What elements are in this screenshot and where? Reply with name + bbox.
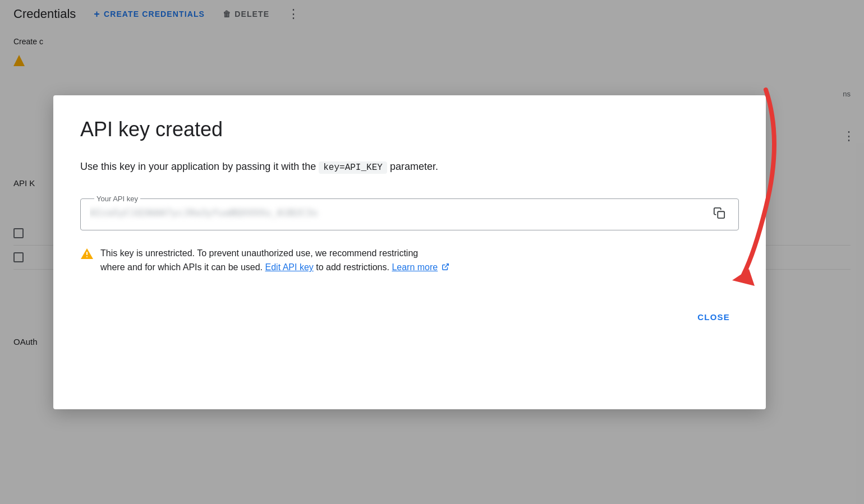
warning-text: This key is unrestricted. To prevent una… xyxy=(100,246,449,275)
dialog-footer: CLOSE xyxy=(80,302,739,327)
api-key-value: AIzaSyC1Q3AAA7ycJ0a3yYuaBQXXXXu_A1B2C3s xyxy=(90,203,702,223)
warning-triangle-icon xyxy=(80,247,94,261)
api-key-row: AIzaSyC1Q3AAA7ycJ0a3yYuaBQXXXXu_A1B2C3s xyxy=(90,203,729,223)
external-link-icon xyxy=(442,261,449,275)
edit-api-key-link[interactable]: Edit API key xyxy=(265,262,314,272)
learn-more-link[interactable]: Learn more xyxy=(392,262,438,272)
svg-rect-0 xyxy=(718,211,724,218)
dialog-description: Use this key in your application by pass… xyxy=(80,159,739,174)
dialog-title: API key created xyxy=(80,118,739,141)
api-key-fieldset: Your API key AIzaSyC1Q3AAA7ycJ0a3yYuaBQX… xyxy=(80,195,739,230)
modal-overlay: API key created Use this key in your app… xyxy=(0,0,864,504)
copy-icon xyxy=(713,207,725,219)
close-button[interactable]: CLOSE xyxy=(688,307,739,327)
copy-button[interactable] xyxy=(709,203,729,223)
svg-line-1 xyxy=(445,264,448,267)
code-param: key=API_KEY xyxy=(319,161,387,174)
api-key-label: Your API key xyxy=(94,195,140,203)
warning-section: This key is unrestricted. To prevent una… xyxy=(80,246,739,275)
api-key-dialog: API key created Use this key in your app… xyxy=(53,95,766,409)
